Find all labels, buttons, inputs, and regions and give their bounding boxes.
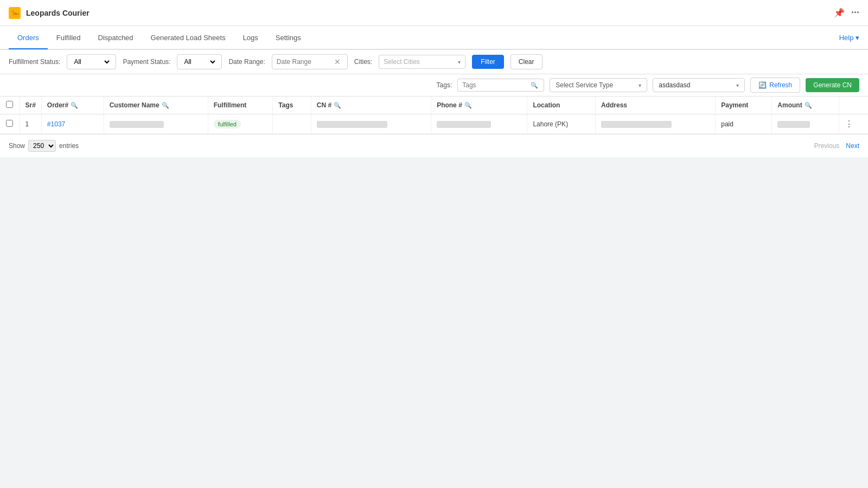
service-type-select[interactable]: Select Service Type ▾ (550, 78, 647, 92)
date-range-field[interactable] (277, 58, 331, 66)
tab-dispatched[interactable]: Dispatched (90, 27, 142, 49)
th-phone: Phone # 🔍 (431, 97, 527, 114)
custom-dropdown-chevron-icon: ▾ (736, 82, 739, 88)
date-range-label: Date Range: (228, 58, 265, 66)
pin-icon[interactable]: 📌 (834, 8, 845, 18)
row-location: Lahore (PK) (527, 114, 596, 134)
order-search-icon[interactable]: 🔍 (71, 102, 78, 109)
th-actions (839, 97, 868, 114)
generate-cn-button[interactable]: Generate CN (806, 78, 859, 92)
th-customer-name: Customer Name 🔍 (104, 97, 208, 114)
entries-select[interactable]: 250 100 50 25 10 (28, 140, 56, 152)
th-location: Location (527, 97, 596, 114)
service-type-placeholder: Select Service Type (556, 81, 635, 89)
entries-control: Show 250 100 50 25 10 entries (9, 140, 79, 152)
row-address (596, 114, 716, 134)
fulfillment-status-label: Fulfillment Status: (9, 58, 60, 66)
th-order: Order# 🔍 (41, 97, 104, 114)
th-tags: Tags (273, 97, 311, 114)
table-row: 1 #1037 fulfilled La (0, 114, 868, 134)
row-amount (772, 114, 839, 134)
date-range-input[interactable]: ✕ (272, 54, 348, 69)
service-type-chevron-icon: ▾ (639, 82, 641, 88)
cn-search-icon[interactable]: 🔍 (334, 102, 341, 109)
payment-status-select[interactable]: All Paid Pending (177, 54, 222, 69)
tab-orders[interactable]: Orders (9, 27, 48, 49)
top-bar: 🐆 Leopards Courier 📌 ··· (0, 0, 868, 26)
phone-blurred (437, 121, 491, 128)
help-button[interactable]: Help ▾ (839, 34, 859, 42)
row-order: #1037 (41, 114, 104, 134)
show-label: Show (9, 142, 25, 150)
row-sr: 1 (20, 114, 41, 134)
next-button[interactable]: Next (846, 142, 859, 150)
nav-bar: Orders Fulfilled Dispatched Generated Lo… (0, 26, 868, 50)
bottom-bar: Show 250 100 50 25 10 entries Previous N… (0, 134, 868, 157)
nav-tabs: Orders Fulfilled Dispatched Generated Lo… (9, 27, 310, 48)
tab-fulfilled[interactable]: Fulfilled (48, 27, 90, 49)
payment-status-dropdown[interactable]: All Paid Pending (182, 57, 217, 66)
th-fulfillment: Fulfillment (208, 97, 273, 114)
fulfillment-badge: fulfilled (214, 120, 241, 129)
refresh-label: Refresh (769, 81, 792, 89)
app-title: Leopards Courier (26, 9, 90, 17)
custom-dropdown-select[interactable]: asdasdasd ▾ (653, 78, 745, 92)
payment-status-label: Payment Status: (123, 58, 170, 66)
select-all-checkbox[interactable] (6, 101, 13, 108)
orders-table: Sr# Order# 🔍 Customer Name 🔍 Fulfillment (0, 97, 868, 134)
phone-search-icon[interactable]: 🔍 (464, 102, 472, 109)
row-cn (311, 114, 431, 134)
custom-dropdown-value: asdasdasd (659, 81, 733, 89)
row-tags (273, 114, 311, 134)
app-logo: 🐆 (9, 7, 21, 19)
tab-settings[interactable]: Settings (267, 27, 310, 49)
row-actions-cell: ⋮ (839, 114, 868, 134)
fulfillment-status-select[interactable]: All Fulfilled Unfulfilled (67, 54, 116, 69)
th-cn: CN # 🔍 (311, 97, 431, 114)
tags-label: Tags: (437, 81, 452, 89)
row-payment: paid (716, 114, 772, 134)
tags-input-wrap[interactable]: 🔍 (457, 79, 544, 92)
entries-label: entries (59, 142, 79, 150)
th-address: Address (596, 97, 716, 114)
cn-blurred (317, 121, 387, 128)
filter-bar-row2: Tags: 🔍 Select Service Type ▾ asdasdasd … (0, 74, 868, 97)
date-range-clear-icon[interactable]: ✕ (334, 57, 341, 66)
filter-button[interactable]: Filter (472, 55, 504, 69)
cities-placeholder: Select Cities (384, 58, 455, 66)
cities-label: Cities: (354, 58, 372, 66)
previous-button[interactable]: Previous (814, 142, 840, 150)
tab-generated-load-sheets[interactable]: Generated Load Sheets (142, 27, 234, 49)
app-branding: 🐆 Leopards Courier (9, 7, 90, 19)
more-icon[interactable]: ··· (851, 7, 859, 18)
th-sr: Sr# (20, 97, 41, 114)
refresh-button[interactable]: 🔄 Refresh (750, 78, 800, 93)
fulfillment-status-dropdown[interactable]: All Fulfilled Unfulfilled (72, 57, 111, 66)
pagination: Previous Next (814, 142, 859, 150)
refresh-icon: 🔄 (758, 81, 767, 89)
th-checkbox (0, 97, 20, 114)
tags-search-icon[interactable]: 🔍 (531, 82, 538, 89)
row-fulfillment: fulfilled (208, 114, 273, 134)
row-phone (431, 114, 527, 134)
tab-logs[interactable]: Logs (234, 27, 267, 49)
amount-blurred (777, 121, 810, 128)
row-checkbox-cell (0, 114, 20, 134)
th-payment: Payment (716, 97, 772, 114)
clear-button[interactable]: Clear (510, 54, 542, 69)
amount-search-icon[interactable]: 🔍 (805, 102, 812, 109)
tags-input[interactable] (462, 81, 527, 89)
orders-table-container: Sr# Order# 🔍 Customer Name 🔍 Fulfillment (0, 97, 868, 134)
address-blurred (601, 121, 672, 128)
customer-search-icon[interactable]: 🔍 (162, 102, 169, 109)
payment-badge: paid (721, 120, 733, 128)
top-bar-actions: 📌 ··· (834, 7, 859, 18)
customer-name-blurred (110, 121, 164, 128)
cities-select[interactable]: Select Cities ▾ (379, 55, 465, 69)
row-customer-name (104, 114, 208, 134)
row-actions-icon[interactable]: ⋮ (845, 119, 853, 129)
filter-bar-row1: Fulfillment Status: All Fulfilled Unfulf… (0, 50, 868, 74)
row-checkbox[interactable] (6, 120, 13, 127)
table-header-row: Sr# Order# 🔍 Customer Name 🔍 Fulfillment (0, 97, 868, 114)
th-amount: Amount 🔍 (772, 97, 839, 114)
